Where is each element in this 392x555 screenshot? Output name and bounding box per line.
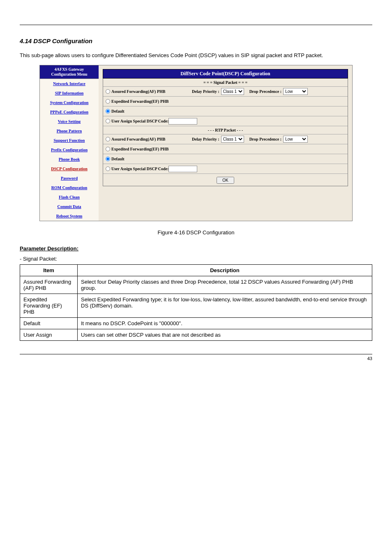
rtp-default-radio[interactable] (106, 157, 110, 161)
sidebar-item-sip-information[interactable]: SIP Information (40, 88, 99, 98)
page-footer: 43 (0, 354, 392, 369)
table-row: Assured Forwarding (AF) PHB Select four … (20, 276, 372, 294)
sidebar-item-dscp-configuration[interactable]: DSCP Configuration (40, 164, 99, 173)
signal-userassign-option[interactable]: User Assign Special DSCP Code: (106, 119, 168, 123)
sidebar-item-rom-configuration[interactable]: ROM Configuration (40, 183, 99, 192)
rtp-ef-radio[interactable] (106, 147, 110, 151)
sidebar-item-password[interactable]: Password (40, 173, 99, 183)
rtp-ef-label: Expedited Forwarding(EF) PHB (111, 147, 168, 151)
rtp-userassign-row: User Assign Special DSCP Code: (103, 164, 348, 174)
footer-rule (20, 354, 372, 354)
rtp-delay-label: Delay Priority : (192, 137, 219, 141)
signal-drop-select[interactable]: Low (283, 88, 308, 95)
signal-delay-select[interactable]: Class 1 (221, 88, 244, 95)
signal-default-row: Default (103, 106, 348, 116)
row0-desc: Select four Delay Priority classes and t… (78, 276, 372, 294)
intro-paragraph: This sub-page allows users to configure … (20, 52, 372, 59)
rtp-ef-row: Expedited Forwarding(EF) PHB (103, 144, 348, 154)
signal-ef-option[interactable]: Expedited Forwarding(EF) PHB (106, 99, 192, 104)
signal-packet-bullet: - Signal Packet: (20, 256, 372, 262)
signal-ef-row: Expedited Forwarding(EF) PHB (103, 97, 348, 106)
rtp-ef-option[interactable]: Expedited Forwarding(EF) PHB (106, 147, 192, 151)
signal-userassign-row: User Assign Special DSCP Code: (103, 116, 348, 126)
sidebar-item-support-function[interactable]: Support Function (40, 136, 99, 145)
sidebar-item-pppoe-configuration[interactable]: PPPoE Configuration (40, 107, 99, 117)
rtp-delay-select[interactable]: Class 1 (221, 136, 244, 143)
row3-desc: Users can set other DSCP values that are… (78, 329, 372, 341)
signal-ef-radio[interactable] (106, 99, 110, 104)
ok-button[interactable]: OK (217, 177, 234, 184)
signal-af-radio[interactable] (106, 89, 110, 94)
signal-af-label: Assured Forwarding(AF) PHB (111, 89, 165, 94)
signal-af-row: Assured Forwarding(AF) PHB Delay Priorit… (103, 87, 348, 97)
sidebar-item-reboot-system[interactable]: Reboot System (40, 211, 99, 221)
signal-af-option[interactable]: Assured Forwarding(AF) PHB (106, 89, 192, 94)
table-row: User Assign Users can set other DSCP val… (20, 329, 372, 341)
rtp-drop-label: Drop Precedence : (249, 137, 282, 141)
signal-ef-label: Expedited Forwarding(EF) PHB (111, 99, 168, 104)
sidebar-title-line1: 4AFXS Gateway (55, 67, 84, 72)
row2-desc: It means no DSCP. CodePoint is "000000". (78, 318, 372, 329)
signal-drop-label: Drop Precedence : (249, 89, 282, 94)
rtp-drop-select[interactable]: Low (283, 136, 308, 143)
section-heading: 4.14 DSCP Configuration (20, 37, 372, 44)
figure-caption: Figure 4-16 DSCP Configuration (20, 229, 372, 236)
sidebar-item-system-configuration[interactable]: System Configuration (40, 98, 99, 107)
ok-row: OK (103, 174, 348, 186)
rtp-default-label: Default (111, 157, 125, 161)
sidebar-title-line2: Configuration Menu (51, 72, 87, 76)
page-number: 43 (20, 356, 372, 361)
parameter-table: Item Description Assured Forwarding (AF)… (20, 264, 372, 341)
sidebar-item-commit-data[interactable]: Commit Data (40, 202, 99, 211)
row3-item: User Assign (20, 329, 78, 341)
signal-default-option[interactable]: Default (106, 109, 192, 113)
rtp-userassign-label: User Assign Special DSCP Code: (111, 166, 168, 171)
signal-default-radio[interactable] (106, 109, 110, 113)
main-panel: DiffServ Code Point(DSCP) Configuration … (99, 65, 352, 221)
sidebar-item-network-interface[interactable]: Network Interface (40, 79, 99, 88)
sidebar-item-voice-setting[interactable]: Voice Setting (40, 117, 99, 126)
top-rule (20, 25, 372, 25)
rtp-af-row: Assured Forwarding(AF) PHB Delay Priorit… (103, 134, 348, 144)
form-box: = = = Signal Packet = = = Assured Forwar… (103, 79, 348, 186)
signal-delay-label: Delay Priority : (192, 89, 219, 94)
rtp-default-row: Default (103, 154, 348, 164)
row1-item: Expedited Forwarding (EF) PHB (20, 294, 78, 318)
table-row: Expedited Forwarding (EF) PHB Select Exp… (20, 294, 372, 318)
rtp-af-radio[interactable] (106, 137, 110, 141)
figure-container: 4AFXS Gateway Configuration Menu Network… (39, 65, 353, 221)
row1-desc: Select Expedited Forwarding type; it is … (78, 294, 372, 318)
row2-item: Default (20, 318, 78, 329)
signal-userassign-radio[interactable] (106, 119, 110, 123)
rtp-default-option[interactable]: Default (106, 157, 192, 161)
rtp-userassign-radio[interactable] (106, 166, 110, 171)
sidebar-header: 4AFXS Gateway Configuration Menu (40, 65, 99, 79)
rtp-packet-header: - - - RTP Packet - - - (103, 126, 348, 134)
signal-userassign-label: User Assign Special DSCP Code: (111, 119, 168, 123)
table-row: Default It means no DSCP. CodePoint is "… (20, 318, 372, 329)
signal-default-label: Default (111, 109, 125, 113)
rtp-userassign-option[interactable]: User Assign Special DSCP Code: (106, 166, 168, 171)
sidebar-item-phone-pattern[interactable]: Phone Pattern (40, 126, 99, 136)
sidebar-item-phone-book[interactable]: Phone Book (40, 155, 99, 164)
sidebar-item-flash-clean[interactable]: Flash Clean (40, 192, 99, 202)
table-head-desc: Description (78, 265, 372, 276)
rtp-userassign-input[interactable] (168, 166, 197, 172)
rtp-af-label: Assured Forwarding(AF) PHB (111, 137, 165, 141)
signal-packet-header: = = = Signal Packet = = = (103, 79, 348, 87)
row0-item: Assured Forwarding (AF) PHB (20, 276, 78, 294)
table-head-item: Item (20, 265, 78, 276)
signal-userassign-input[interactable] (168, 118, 197, 125)
rtp-af-option[interactable]: Assured Forwarding(AF) PHB (106, 137, 192, 141)
panel-title: DiffServ Code Point(DSCP) Configuration (103, 69, 348, 79)
param-desc-heading: Parameter Description: (20, 245, 372, 252)
config-sidebar: 4AFXS Gateway Configuration Menu Network… (40, 65, 99, 221)
sidebar-item-prefix-configuration[interactable]: Prefix Configuration (40, 145, 99, 155)
